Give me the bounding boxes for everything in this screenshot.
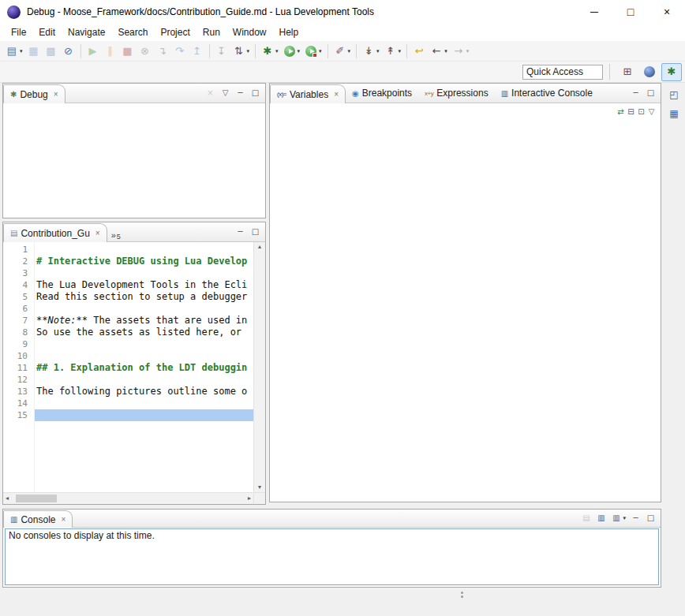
code-line[interactable] [35,409,253,421]
scroll-right-icon[interactable]: ▸ [248,495,251,502]
maximize-view-icon[interactable]: □ [250,226,260,238]
close-window-button[interactable]: × [649,0,685,24]
tab-breakpoints[interactable]: ◉Breakpoints [346,84,418,103]
open-console-button[interactable]: ▥▾ [611,511,626,525]
console-minimize-button[interactable]: ─ [631,511,641,525]
restore-view-button[interactable]: ◰ [668,88,680,102]
run-button[interactable]: ▾ [282,43,302,60]
code-line[interactable] [35,374,253,386]
minimize-view-icon[interactable]: ─ [631,87,641,99]
tab-interactive-console[interactable]: ▥Interactive Console [495,84,599,103]
lua-perspective-button[interactable] [639,63,660,81]
code-line[interactable] [35,350,253,362]
minimize-window-button[interactable]: ─ [576,0,612,24]
dropdown-arrow-icon[interactable]: ▾ [399,48,402,54]
use-step-filters-button[interactable]: ⇅▾ [231,43,252,60]
maximize-window-button[interactable]: □ [612,0,649,24]
menu-navigate[interactable]: Navigate [62,25,111,39]
menu-project[interactable]: Project [154,25,196,39]
variables-toolbar: ⇄⊟⊡▽ [270,103,661,121]
console-maximize-button[interactable]: □ [646,511,656,525]
menu-search[interactable]: Search [111,25,154,39]
debug-button[interactable]: ✱▾ [260,43,280,60]
scroll-down-icon[interactable]: ▾ [258,484,261,491]
dropdown-arrow-icon[interactable]: ▾ [247,48,250,54]
next-annotation-button[interactable]: ↡▾ [361,43,381,60]
menu-edit[interactable]: Edit [32,25,62,39]
external-tools-button[interactable]: ▾ [303,43,324,60]
minimized-view-button[interactable]: ▦ [668,106,680,121]
search-button[interactable]: ✐▾ [332,43,353,60]
code-line[interactable] [35,244,253,256]
editor-header: ▤ Contribution_Gu × » 5 ─ □ [3,222,265,242]
quick-access-input[interactable]: Quick Access [522,65,603,80]
editor-vertical-scrollbar[interactable]: ▴ ▾ [253,242,265,492]
dropdown-arrow-icon[interactable]: ▾ [444,48,447,54]
code-line[interactable]: The Lua Development Tools in the Ecli [35,279,253,291]
menu-run[interactable]: Run [197,25,226,39]
editor-code-area[interactable]: # Interactive DEBUG using Lua DevelopThe… [35,242,253,492]
close-tab-icon[interactable]: × [334,90,339,99]
editor-tab-overflow[interactable]: » 5 [107,230,125,241]
dropdown-arrow-icon[interactable]: ▾ [20,48,23,54]
line-number: 7 [3,315,28,327]
menu-help[interactable]: Help [273,25,305,39]
variables-view-menu-button[interactable]: ▽ [646,105,657,119]
code-line[interactable]: Read this section to setup a debugger [35,291,253,303]
code-line[interactable] [35,303,253,315]
scrollbar-thumb[interactable] [16,495,57,502]
console-output[interactable]: No consoles to display at this time. [5,528,659,585]
show-logical-structure-button[interactable]: ⇄ [616,105,626,119]
code-line[interactable]: # Interactive DEBUG using Lua Develop [35,256,253,267]
resume-button: ▶ [85,43,101,60]
code-line[interactable]: So use the assets as listed here, or [35,327,253,338]
menu-file[interactable]: File [5,25,32,39]
console-message: No consoles to display at this time. [9,530,155,541]
new-button[interactable]: ▤▾ [4,43,24,60]
tab-label: Console [21,514,55,525]
scroll-left-icon[interactable]: ◂ [6,495,9,502]
maximize-view-icon[interactable]: □ [646,87,656,99]
back-button[interactable]: ←▾ [429,43,449,60]
dropdown-arrow-icon[interactable]: ▾ [466,48,470,54]
debug-minimize-button[interactable]: ─ [235,86,245,100]
tab-console[interactable]: ▥ Console × [3,510,73,528]
code-line[interactable]: **Note:** The assets that are used in [35,315,253,327]
debug-perspective-button[interactable]: ✱ [661,63,682,81]
tab-expressions[interactable]: x+yExpressions [418,84,495,103]
open-perspective-button[interactable]: ⊞ [617,63,638,81]
tab-editor-contribution-guide[interactable]: ▤ Contribution_Gu × [3,223,107,242]
tab-variables[interactable]: (x)=Variables× [270,84,346,103]
last-edit-location-button[interactable]: ↩ [411,43,427,60]
collapse-all-button[interactable]: ⊟ [626,105,636,119]
code-line[interactable]: ## 1. Explanation of the LDT debuggin [35,362,253,374]
dropdown-arrow-icon[interactable]: ▾ [376,48,380,54]
menu-window[interactable]: Window [226,25,273,39]
close-tab-icon[interactable]: × [54,90,58,99]
toolbar-separator [609,64,610,80]
tab-label: Contribution_Gu [21,228,89,239]
previous-annotation-button[interactable]: ↟▾ [383,43,403,60]
minimize-view-icon[interactable]: ─ [235,226,245,238]
dropdown-arrow-icon[interactable]: ▾ [319,48,322,54]
dropdown-arrow-icon[interactable]: ▾ [348,48,351,54]
code-line[interactable] [35,267,253,279]
variables-icon: (x)= [277,91,286,98]
debug-maximize-button[interactable]: □ [250,86,260,100]
tab-debug[interactable]: ✱ Debug × [3,84,66,103]
code-line[interactable] [35,398,253,409]
code-line[interactable] [35,338,253,350]
dropdown-arrow-icon[interactable]: ▾ [298,48,301,54]
dropdown-arrow-icon[interactable]: ▾ [623,515,626,521]
display-console-button[interactable]: ▥ [596,511,606,525]
dropdown-arrow-icon[interactable]: ▾ [275,48,279,54]
skip-all-breakpoints-button[interactable]: ⊘ [61,43,77,60]
pin-view-button[interactable]: ⊡ [636,105,646,119]
scroll-up-icon[interactable]: ▴ [258,244,261,250]
editor-body: 123456789101112131415 # Interactive DEBU… [3,242,265,492]
close-tab-icon[interactable]: × [61,515,66,524]
close-tab-icon[interactable]: × [95,229,100,237]
code-line[interactable]: The following pictures outline some o [35,386,253,398]
editor-horizontal-scrollbar[interactable]: ◂ ▸ [3,493,253,504]
debug-view-menu-button[interactable]: ▽ [220,86,230,100]
